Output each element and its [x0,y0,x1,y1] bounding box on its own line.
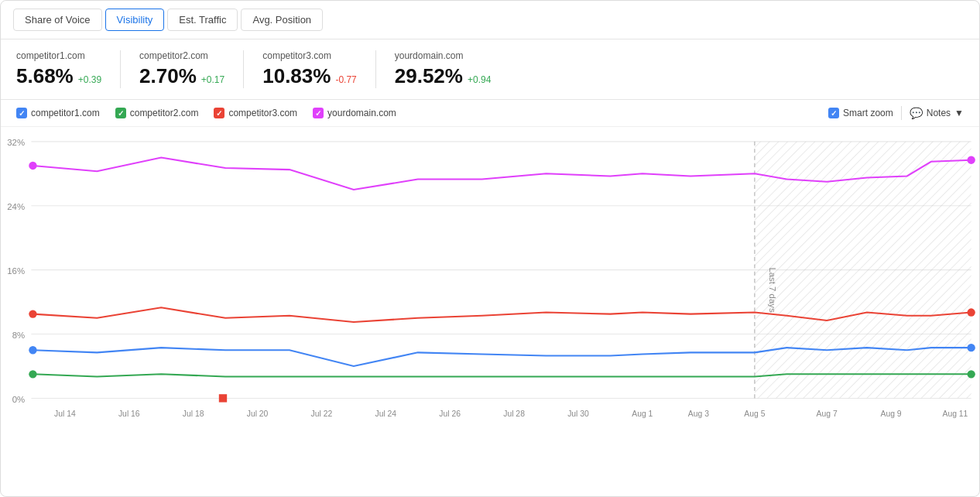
x-label-1: Jul 16 [118,410,140,418]
checkbox-yourdomain[interactable]: ✓ [313,108,324,118]
y-label-0: 0% [12,395,25,404]
checkbox-competitor2[interactable]: ✓ [115,108,126,118]
stat-value-row-2: 10.83% -0.77 [262,64,357,88]
x-label-2: Jul 18 [183,410,204,418]
stat-value-2: 10.83% [262,64,331,88]
tab-visibility[interactable]: Visibility [105,9,165,31]
notes-label: Notes [927,108,951,118]
check-icon-4: ✓ [315,109,321,118]
dot-comp2-end [967,370,975,378]
stat-change-1: +0.17 [201,74,224,85]
dot-comp3-start [29,310,36,317]
stat-change-0: +0.39 [78,74,101,85]
legend-competitor2[interactable]: ✓ competitor2.com [115,108,199,118]
checkbox-competitor3[interactable]: ✓ [214,108,224,118]
dot-comp1-end [967,344,975,351]
stat-change-3: +0.94 [468,74,491,85]
checkbox-competitor1[interactable]: ✓ [16,108,27,118]
notes-chevron-icon: ▼ [954,108,964,118]
stat-competitor3: competitor3.com 10.83% -0.77 [244,50,376,88]
tab-bar: Share of Voice Visibility Est. Traffic A… [1,1,979,39]
stat-value-row-3: 29.52% +0.94 [395,64,492,88]
x-label-7: Jul 28 [503,410,525,418]
check-icon-2: ✓ [118,109,124,118]
x-label-6: Jul 26 [439,410,461,418]
smart-zoom-control[interactable]: ✓ Smart zoom [828,108,893,118]
main-container: Share of Voice Visibility Est. Traffic A… [0,0,980,497]
notes-button[interactable]: 💬 Notes ▼ [910,107,964,119]
stat-domain-1: competitor2.com [139,50,224,61]
check-icon: ✓ [19,109,25,118]
tab-est-traffic[interactable]: Est. Traffic [167,9,238,31]
x-label-3: Jul 20 [247,410,269,418]
chart-container: 32% 24% 16% 8% 0% Last 7 days [1,127,979,429]
tab-avg-position[interactable]: Avg. Position [241,9,323,31]
x-label-9: Aug 1 [632,410,653,418]
chart-svg: 32% 24% 16% 8% 0% Last 7 days [1,127,979,429]
stat-value-row-0: 5.68% +0.39 [16,64,101,88]
x-label-12: Aug 7 [817,410,838,418]
stat-value-3: 29.52% [395,64,463,88]
annotation-marker[interactable] [219,394,227,402]
legend-yourdomain[interactable]: ✓ yourdomain.com [313,108,396,118]
tab-share-of-voice[interactable]: Share of Voice [13,9,102,31]
stat-domain-2: competitor3.com [262,50,357,61]
legend-label-1: competitor2.com [130,108,199,118]
legend-label-0: competitor1.com [31,108,100,118]
y-label-24: 24% [7,202,25,211]
x-label-0: Jul 14 [54,410,76,418]
legend-row: ✓ competitor1.com ✓ competitor2.com ✓ co… [1,100,979,127]
legend-label-3: yourdomain.com [327,108,396,118]
dot-yourdomain-end [967,156,975,164]
dot-comp2-start [29,370,36,378]
x-label-11: Aug 5 [744,410,765,418]
dot-comp3-end [967,308,975,316]
legend-divider [901,106,902,120]
stat-yourdomain: yourdomain.com 29.52% +0.94 [376,50,510,88]
stats-row: competitor1.com 5.68% +0.39 competitor2.… [1,39,979,100]
legend-right: ✓ Smart zoom 💬 Notes ▼ [828,106,964,120]
x-label-13: Aug 9 [880,410,901,418]
x-label-4: Jul 22 [311,410,333,418]
stat-value-1: 2.70% [139,64,197,88]
y-label-16: 16% [7,266,25,276]
legend-label-2: competitor3.com [228,108,297,118]
dot-comp1-start [29,346,36,354]
stat-value-row-1: 2.70% +0.17 [139,64,224,88]
y-label-32: 32% [7,138,25,147]
notes-icon: 💬 [910,107,923,119]
last7days-label: Last 7 days [768,267,777,312]
y-label-8: 8% [12,331,25,340]
legend-competitor3[interactable]: ✓ competitor3.com [214,108,297,118]
stat-domain-0: competitor1.com [16,50,101,61]
stat-competitor2: competitor2.com 2.70% +0.17 [121,50,244,88]
stat-change-2: -0.77 [335,74,356,85]
dot-yourdomain-start [29,162,36,170]
x-label-8: Jul 30 [567,410,589,418]
sz-check-icon: ✓ [831,109,837,118]
check-icon-3: ✓ [216,109,222,118]
legend-competitor1[interactable]: ✓ competitor1.com [16,108,100,118]
stat-domain-3: yourdomain.com [395,50,492,61]
smart-zoom-label: Smart zoom [843,108,893,118]
x-label-14: Aug 11 [942,410,968,418]
x-label-10: Aug 3 [688,410,709,418]
smart-zoom-checkbox[interactable]: ✓ [828,108,839,118]
x-label-5: Jul 24 [375,410,396,418]
stat-value-0: 5.68% [16,64,74,88]
stat-competitor1: competitor1.com 5.68% +0.39 [16,50,121,88]
